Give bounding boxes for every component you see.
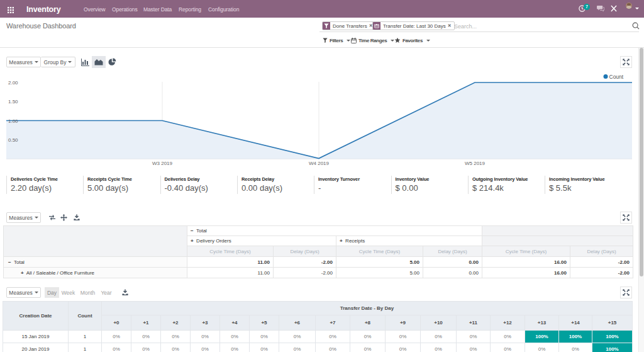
svg-text:W4 2019: W4 2019 <box>309 161 330 166</box>
svg-text:W5 2019: W5 2019 <box>465 161 486 166</box>
svg-text:1.00: 1.00 <box>8 118 18 124</box>
svg-text:1.50: 1.50 <box>8 99 18 105</box>
svg-text:Count: Count <box>609 74 624 80</box>
svg-text:2.00: 2.00 <box>8 80 18 86</box>
svg-text:W3 2019: W3 2019 <box>152 161 173 166</box>
svg-text:0.50: 0.50 <box>8 137 18 143</box>
